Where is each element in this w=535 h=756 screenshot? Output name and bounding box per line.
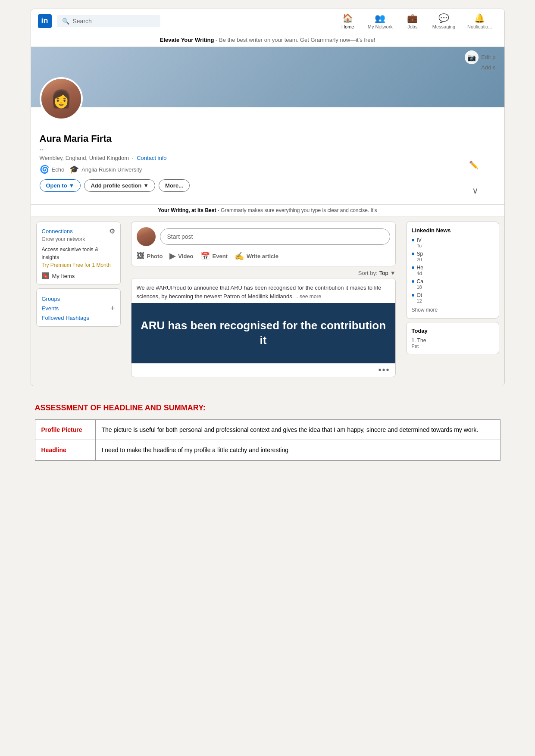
hashtags-link[interactable]: Followed Hashtags xyxy=(42,315,115,321)
nav-item-jobs[interactable]: 💼 Jobs xyxy=(400,11,425,31)
ad-banner-bottom: Your Writing, at Its Best - Grammarly ma… xyxy=(31,204,504,216)
dot-icon-3 xyxy=(412,266,414,269)
video-icon: ▶ xyxy=(169,251,175,261)
write-label: Write article xyxy=(247,253,278,259)
camera-button[interactable]: 📷 xyxy=(465,50,479,64)
sidebar-groups-card: Groups Events + Followed Hashtags xyxy=(36,288,121,327)
dot-icon xyxy=(412,239,414,241)
connections-header: Connections ⚙ xyxy=(42,227,115,235)
badge-uni: 🎓 Anglia Ruskin University xyxy=(69,165,142,174)
profile-location: Wembley, England, United Kingdom · Conta… xyxy=(40,155,496,161)
feed-post-image: ARU has been recognised for the contribu… xyxy=(131,303,395,363)
profile-actions: Open to ▼ Add profile section ▼ More... xyxy=(40,179,496,192)
edit-profile-button[interactable]: Edit p xyxy=(481,54,495,60)
sort-chevron: ▼ xyxy=(390,270,396,276)
news-item-5[interactable]: Ot 12 xyxy=(412,292,494,303)
search-text: Search xyxy=(73,18,92,25)
jobs-icon: 💼 xyxy=(407,13,418,23)
ad-banner-top: Elevate Your Writing - Be the best write… xyxy=(31,33,504,47)
connections-title[interactable]: Connections xyxy=(42,228,73,234)
location-text: Wembley, England, United Kingdom xyxy=(40,155,129,161)
news-item-3[interactable]: He 4d xyxy=(412,265,494,276)
messaging-icon: 💬 xyxy=(438,13,449,23)
network-icon: 👥 xyxy=(375,13,385,23)
feed-area: Start post 🖼 Photo ▶ Video 📅 xyxy=(126,216,401,386)
myitems-row[interactable]: 🔖 My Items xyxy=(42,272,115,279)
post-composer: Start post 🖼 Photo ▶ Video 📅 xyxy=(131,222,396,266)
show-more-news[interactable]: Show more xyxy=(412,307,494,313)
nav-items: 🏠 Home 👥 My Network 💼 Jobs 💬 Messaging 🔔 xyxy=(335,11,497,31)
composer-avatar xyxy=(137,227,156,246)
nav-label-home: Home xyxy=(341,24,354,29)
profile-cover: 📷 Edit p Add s xyxy=(31,47,504,107)
main-content: Connections ⚙ Grow your network Access e… xyxy=(31,216,504,386)
ad-bold-text: Elevate Your Writing xyxy=(160,37,214,43)
open-to-chevron: ▼ xyxy=(69,182,75,189)
echo-label: Echo xyxy=(52,166,65,173)
video-action[interactable]: ▶ Video xyxy=(169,251,193,261)
contact-info-link[interactable]: Contact info xyxy=(137,155,166,161)
premium-link[interactable]: Try Premium Free for 1 Month xyxy=(42,262,111,268)
profile-info: Aura Maria Firta -- Wembley, England, Un… xyxy=(31,107,504,204)
profile-section: 📷 Edit p Add s 👩 ✏️ Aura Maria Firta -- … xyxy=(31,47,504,204)
start-post-input[interactable]: Start post xyxy=(160,228,390,245)
myitems-label: My Items xyxy=(52,273,75,279)
see-more-link[interactable]: ...see more xyxy=(295,294,321,300)
sort-row: Sort by: Top ▼ xyxy=(131,270,396,276)
write-action[interactable]: ✍ Write article xyxy=(235,251,278,261)
events-link[interactable]: Events xyxy=(42,305,59,312)
expand-chevron-button[interactable]: ∨ xyxy=(472,185,479,196)
news-item-1[interactable]: IV To xyxy=(412,237,494,248)
news-item-3-label: He 4d xyxy=(417,265,423,276)
profile-name: Aura Maria Firta xyxy=(40,133,496,144)
write-icon: ✍ xyxy=(235,251,244,261)
bookmark-icon: 🔖 xyxy=(42,272,49,279)
nav-item-network[interactable]: 👥 My Network xyxy=(363,11,398,31)
news-item-1-label: IV To xyxy=(417,237,422,248)
today-title: Today xyxy=(412,328,494,334)
dot-icon-5 xyxy=(412,294,414,297)
photo-action[interactable]: 🖼 Photo xyxy=(137,252,163,261)
sort-value[interactable]: Top xyxy=(379,270,388,276)
open-to-button[interactable]: Open to ▼ xyxy=(40,179,81,192)
nav-item-notifications[interactable]: 🔔 Notificatio... xyxy=(462,11,497,31)
composer-top: Start post xyxy=(137,227,390,246)
groups-link[interactable]: Groups xyxy=(42,296,115,302)
table-row-profile-picture: Profile Picture The picture is useful fo… xyxy=(35,420,500,440)
more-label: More... xyxy=(165,182,183,189)
assessment-table: Profile Picture The picture is useful fo… xyxy=(35,419,501,461)
badge-echo: 🌀 Echo xyxy=(40,165,65,174)
add-profile-section-button[interactable]: Add profile section ▼ xyxy=(84,179,155,192)
feed-post-text: We are #ARUProud to announce that ARU ha… xyxy=(131,278,395,303)
nav-label-notifications: Notificatio... xyxy=(467,24,492,29)
add-event-button[interactable]: + xyxy=(110,304,115,313)
label-headline: Headline xyxy=(35,440,95,460)
event-icon: 📅 xyxy=(200,251,210,261)
premium-section: Access exclusive tools & insights Try Pr… xyxy=(42,246,115,269)
nav-item-home[interactable]: 🏠 Home xyxy=(335,11,361,31)
dot-icon-4 xyxy=(412,280,414,283)
pencil-edit-button[interactable]: ✏️ xyxy=(469,160,479,170)
nav-item-messaging[interactable]: 💬 Messaging xyxy=(427,11,460,31)
ad-text: - Be the best writer on your team. Get G… xyxy=(216,37,375,43)
events-row: Events + xyxy=(42,304,115,313)
event-action[interactable]: 📅 Event xyxy=(200,251,228,261)
left-sidebar: Connections ⚙ Grow your network Access e… xyxy=(31,216,126,386)
connections-sub: Grow your network xyxy=(42,236,115,242)
composer-actions: 🖼 Photo ▶ Video 📅 Event ✍ xyxy=(137,251,390,261)
university-icon: 🎓 xyxy=(69,165,79,174)
news-item-2[interactable]: Sp 20 xyxy=(412,251,494,262)
search-bar[interactable]: 🔍 Search xyxy=(57,15,160,27)
photo-icon: 🖼 xyxy=(137,252,144,261)
post-options[interactable]: ••• xyxy=(131,363,395,377)
profile-badges: 🌀 Echo 🎓 Anglia Ruskin University xyxy=(40,165,496,174)
news-item-4[interactable]: Ca 18 xyxy=(412,278,494,290)
more-button[interactable]: More... xyxy=(159,179,190,192)
event-label: Event xyxy=(213,253,228,259)
add-section-button-top[interactable]: Add s xyxy=(481,64,495,71)
assessment-title: ASSESSMENT OF HEADLINE AND SUMMARY: xyxy=(35,403,501,412)
today-card: Today 1. The Pet xyxy=(406,322,499,354)
label-profile-picture: Profile Picture xyxy=(35,420,95,440)
search-icon: 🔍 xyxy=(62,18,69,25)
linkedin-card: in 🔍 Search 🏠 Home 👥 My Network 💼 Jobs xyxy=(31,9,505,386)
